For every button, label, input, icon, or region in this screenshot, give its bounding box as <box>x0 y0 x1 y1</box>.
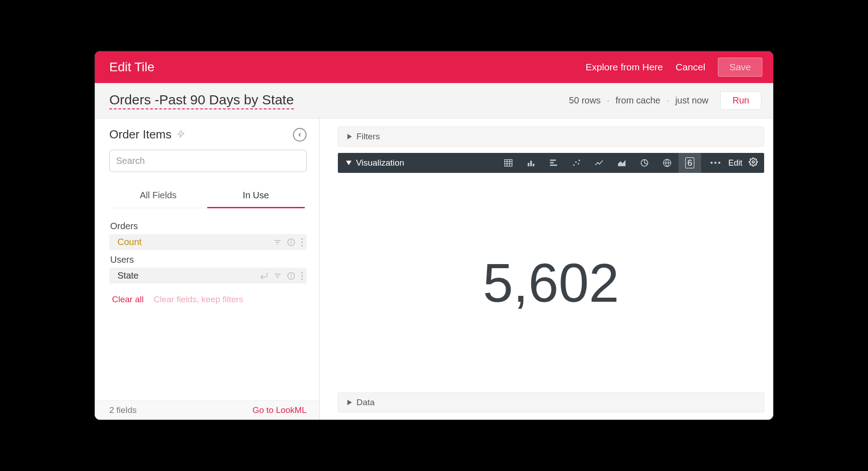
svg-rect-27 <box>530 161 532 166</box>
explore-from-here-link[interactable]: Explore from Here <box>585 62 663 73</box>
svg-point-18 <box>301 278 303 280</box>
visualization-bar: Visualization 6 ••• Edit <box>338 153 764 173</box>
svg-point-34 <box>578 163 579 164</box>
info-icon[interactable] <box>287 271 296 280</box>
svg-marker-40 <box>347 400 352 405</box>
svg-point-32 <box>573 164 575 166</box>
group-label-orders: Orders <box>110 221 307 231</box>
caret-right-icon <box>347 397 352 407</box>
caret-down-icon[interactable] <box>346 159 351 167</box>
caret-right-icon <box>347 132 352 142</box>
visualization-label: Visualization <box>356 158 404 168</box>
viz-type-area-icon[interactable] <box>610 153 633 173</box>
svg-marker-0 <box>178 130 185 137</box>
query-status: 50 rows · from cache · just now <box>569 95 709 106</box>
svg-point-16 <box>301 272 303 274</box>
bolt-icon <box>177 128 185 141</box>
svg-point-39 <box>752 161 755 163</box>
svg-point-17 <box>301 275 303 277</box>
svg-rect-31 <box>550 165 557 166</box>
viz-type-single-value-icon[interactable]: 6 <box>678 153 701 173</box>
viz-type-scatter-icon[interactable] <box>565 153 588 173</box>
data-section-header[interactable]: Data <box>338 392 764 412</box>
svg-rect-30 <box>550 162 554 163</box>
viz-type-line-icon[interactable] <box>588 153 610 173</box>
field-name: State <box>117 270 259 281</box>
svg-point-15 <box>291 274 292 275</box>
clear-all-link[interactable]: Clear all <box>112 294 144 304</box>
tile-title-input[interactable]: Orders -Past 90 Days by State <box>109 92 294 109</box>
single-value: 5,602 <box>483 251 619 314</box>
kebab-icon[interactable] <box>300 271 304 280</box>
tab-all-fields[interactable]: All Fields <box>109 185 207 208</box>
gear-icon[interactable] <box>749 157 758 168</box>
search-input[interactable] <box>109 150 307 172</box>
field-name: Count <box>117 237 273 247</box>
viz-type-bar-icon[interactable] <box>542 153 565 173</box>
filters-label: Filters <box>356 132 380 142</box>
app-frame: Edit Tile Explore from Here Cancel Save … <box>94 50 774 421</box>
kebab-icon[interactable] <box>300 238 304 247</box>
data-label: Data <box>356 397 375 407</box>
modal-title: Edit Tile <box>109 60 155 74</box>
tab-in-use[interactable]: In Use <box>207 185 305 208</box>
svg-marker-19 <box>347 134 352 139</box>
svg-point-35 <box>579 160 580 161</box>
row-count: 50 rows <box>569 95 601 105</box>
go-to-lookml-link[interactable]: Go to LookML <box>253 405 307 415</box>
viz-type-map-icon[interactable] <box>656 153 678 173</box>
svg-marker-20 <box>346 161 351 165</box>
save-button[interactable]: Save <box>718 58 762 77</box>
top-bar: Edit Tile Explore from Here Cancel Save <box>95 51 773 83</box>
viz-type-column-icon[interactable] <box>520 153 542 173</box>
run-button[interactable]: Run <box>720 91 761 110</box>
explore-name: Order Items <box>109 128 171 142</box>
title-row: Orders -Past 90 Days by State 50 rows · … <box>95 83 773 118</box>
svg-point-7 <box>301 238 303 240</box>
filters-section-header[interactable]: Filters <box>338 127 764 147</box>
clear-keep-filters-link[interactable]: Clear fields, keep filters <box>154 294 243 304</box>
svg-point-9 <box>301 245 303 246</box>
cache-status: from cache <box>615 95 660 105</box>
svg-rect-28 <box>533 164 535 167</box>
collapse-sidebar-button[interactable] <box>293 128 307 142</box>
viz-type-picker: 6 <box>497 153 701 173</box>
pivot-icon[interactable] <box>259 271 268 280</box>
visualization-canvas: 5,602 <box>338 173 764 392</box>
field-row-count[interactable]: Count <box>109 234 307 250</box>
field-picker-sidebar: Order Items All Fields In Use Orders C <box>95 118 320 420</box>
field-count: 2 fields <box>109 405 137 415</box>
svg-point-8 <box>301 241 303 243</box>
viz-type-pie-icon[interactable] <box>633 153 656 173</box>
cancel-link[interactable]: Cancel <box>676 62 705 73</box>
svg-rect-29 <box>550 160 556 161</box>
main-panel: Filters Visualization 6 <box>320 118 773 420</box>
svg-point-6 <box>291 240 292 241</box>
viz-edit-button[interactable]: Edit <box>728 158 742 168</box>
field-row-state[interactable]: State <box>109 268 307 284</box>
field-picker-tabs: All Fields In Use <box>109 185 305 208</box>
svg-point-33 <box>575 162 577 163</box>
viz-type-table-icon[interactable] <box>497 153 520 173</box>
info-icon[interactable] <box>287 238 296 247</box>
svg-rect-21 <box>505 160 512 167</box>
filter-icon[interactable] <box>273 271 282 280</box>
time-status: just now <box>675 95 708 105</box>
filter-icon[interactable] <box>273 238 282 247</box>
svg-marker-36 <box>618 160 626 167</box>
group-label-users: Users <box>110 255 307 265</box>
more-viz-types-button[interactable]: ••• <box>710 159 722 167</box>
svg-rect-26 <box>528 163 530 166</box>
sidebar-footer: 2 fields Go to LookML <box>95 400 319 420</box>
